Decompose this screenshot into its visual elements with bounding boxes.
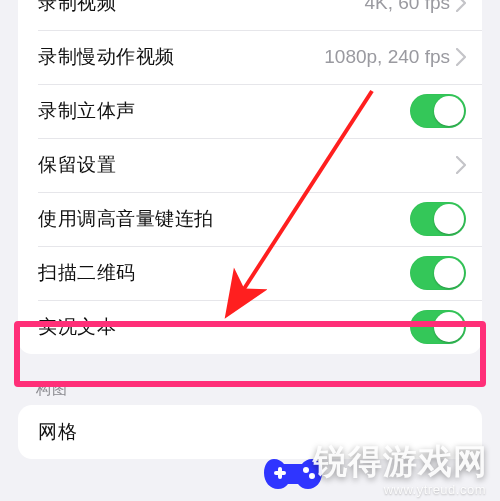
row-record-stereo: 录制立体声 <box>18 84 482 138</box>
settings-viewport: 录制视频 4K, 60 fps 录制慢动作视频 1080p, 240 fps <box>0 0 500 501</box>
row-right <box>456 156 466 174</box>
row-record-video[interactable]: 录制视频 4K, 60 fps <box>18 0 482 30</box>
row-label: 使用调高音量键连拍 <box>38 206 214 232</box>
toggle-knob <box>434 204 464 234</box>
row-label: 录制慢动作视频 <box>38 44 175 70</box>
row-right <box>410 202 466 236</box>
watermark-brand: 锐得游戏网 <box>313 439 488 485</box>
row-label: 录制立体声 <box>38 98 136 124</box>
row-right: 4K, 60 fps <box>364 0 466 14</box>
section-header-composition: 构图 <box>36 380 464 399</box>
camera-settings-group: 录制视频 4K, 60 fps 录制慢动作视频 1080p, 240 fps <box>18 0 482 354</box>
row-value: 1080p, 240 fps <box>324 46 450 68</box>
toggle-live-text[interactable] <box>410 310 466 344</box>
row-label: 保留设置 <box>38 152 116 178</box>
row-label: 网格 <box>38 419 77 445</box>
row-volume-up-burst: 使用调高音量键连拍 <box>18 192 482 246</box>
chevron-right-icon <box>456 156 466 174</box>
svg-point-3 <box>303 467 309 473</box>
row-right: 1080p, 240 fps <box>324 46 466 68</box>
watermark-url: www.ytreud.com <box>384 482 486 497</box>
toggle-knob <box>434 258 464 288</box>
row-scan-qr: 扫描二维码 <box>18 246 482 300</box>
svg-rect-2 <box>278 467 282 479</box>
toggle-knob <box>434 96 464 126</box>
chevron-right-icon <box>456 0 466 12</box>
row-label: 实况文本 <box>38 314 116 340</box>
chevron-right-icon <box>456 48 466 66</box>
row-right <box>410 94 466 128</box>
toggle-record-stereo[interactable] <box>410 94 466 128</box>
row-label: 扫描二维码 <box>38 260 136 286</box>
row-right <box>410 310 466 344</box>
row-value: 4K, 60 fps <box>364 0 450 14</box>
settings-scroll: 录制视频 4K, 60 fps 录制慢动作视频 1080p, 240 fps <box>0 0 500 485</box>
row-live-text: 实况文本 <box>18 300 482 354</box>
row-preserve-settings[interactable]: 保留设置 <box>18 138 482 192</box>
toggle-volume-up-burst[interactable] <box>410 202 466 236</box>
row-label: 录制视频 <box>38 0 116 16</box>
row-right <box>410 256 466 290</box>
toggle-scan-qr[interactable] <box>410 256 466 290</box>
toggle-knob <box>434 312 464 342</box>
row-record-slomo[interactable]: 录制慢动作视频 1080p, 240 fps <box>18 30 482 84</box>
